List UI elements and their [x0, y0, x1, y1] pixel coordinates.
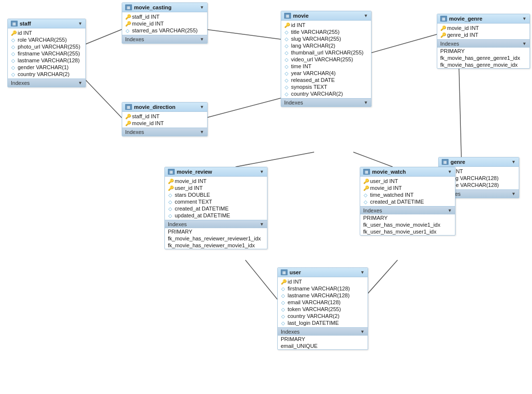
index-mw-movie1: fk_user_has_movie_movie1_idx [360, 221, 455, 228]
field-staff-firstname[interactable]: ◇firstname VARCHAR(255) [8, 50, 85, 57]
field-u-id[interactable]: 🔑id INT [278, 278, 368, 285]
table-movie-genre[interactable]: ▦ movie_genre ▼ 🔑movie_id INT 🔑genre_id … [437, 14, 530, 69]
field-mv-released[interactable]: ◇released_at DATE [281, 77, 371, 83]
index-u-email: email_UNIQUE [278, 342, 368, 349]
indexes-header-md[interactable]: Indexes ▼ [122, 128, 207, 136]
field-md-staffid[interactable]: 🔑staff_id INT [122, 113, 207, 120]
table-header-movie-genre[interactable]: ▦ movie_genre ▼ [437, 14, 530, 24]
indexes-header-mg[interactable]: Indexes ▼ [437, 39, 530, 48]
field-mr-updated[interactable]: ◇updated_at DATETIME [165, 212, 267, 219]
col-icon: ◇ [11, 58, 16, 63]
field-staff-lastname[interactable]: ◇lastname VARCHAR(128) [8, 57, 85, 64]
field-mr-created[interactable]: ◇created_at DATETIME [165, 205, 267, 212]
dropdown-arrow-movie[interactable]: ▼ [364, 13, 368, 18]
field-mv-video[interactable]: ◇video_url VARCHAR(255) [281, 56, 371, 63]
field-mw-timewatched[interactable]: ◇time_watched INT [360, 191, 455, 198]
field-mc-staffid[interactable]: 🔑staff_id INT [122, 13, 207, 20]
table-body-movie-direction: 🔑staff_id INT 🔑movie_id INT [122, 112, 207, 128]
field-mv-thumb[interactable]: ◇thumbnail_url VARCHAR(255) [281, 49, 371, 56]
col-icon: ◇ [281, 293, 286, 298]
table-user[interactable]: ▦ user ▼ 🔑id INT ◇firstname VARCHAR(128)… [277, 267, 368, 350]
dropdown-arrow-user[interactable]: ▼ [360, 270, 365, 275]
table-movie-direction[interactable]: ▦ movie_direction ▼ 🔑staff_id INT 🔑movie… [122, 102, 208, 136]
field-mv-time[interactable]: ◇time INT [281, 63, 371, 70]
field-mc-movieid[interactable]: 🔑movie_id INT [122, 20, 207, 27]
field-mv-id[interactable]: 🔑id INT [281, 22, 371, 28]
field-mw-userid[interactable]: 🔑user_id INT [360, 178, 455, 184]
field-md-movieid[interactable]: 🔑movie_id INT [122, 120, 207, 127]
table-header-movie-casting[interactable]: ▦ movie_casting ▼ [122, 3, 207, 12]
col-icon: ◇ [363, 199, 368, 205]
field-staff-photo[interactable]: ◇photo_url VARCHAR(255) [8, 43, 85, 50]
table-movie-watch[interactable]: ▦ movie_watch ▼ 🔑user_id INT 🔑movie_id I… [360, 167, 455, 236]
fk-icon: 🔑 [363, 185, 368, 191]
field-mr-movieid[interactable]: 🔑movie_id INT [165, 178, 267, 184]
indexes-header-mw[interactable]: Indexes ▼ [360, 206, 455, 214]
table-header-movie-watch[interactable]: ▦ movie_watch ▼ [360, 167, 455, 177]
field-staff-id[interactable]: 🔑id INT [8, 29, 85, 36]
field-mv-slug[interactable]: ◇slug VARCHAR(255) [281, 35, 371, 42]
field-u-email[interactable]: ◇email VARCHAR(128) [278, 299, 368, 306]
table-header-movie-direction[interactable]: ▦ movie_direction ▼ [122, 103, 207, 112]
field-mr-stars[interactable]: ◇stars DOUBLE [165, 191, 267, 198]
field-u-lastname[interactable]: ◇lastname VARCHAR(128) [278, 292, 368, 299]
table-body-staff: 🔑id INT ◇role VARCHAR(255) ◇photo_url VA… [8, 28, 85, 79]
field-mw-created[interactable]: ◇created_at DATETIME [360, 198, 455, 205]
index-mw-user1: fk_user_has_movie_user1_idx [360, 228, 455, 235]
field-mg-genreid[interactable]: 🔑genre_id INT [437, 31, 530, 38]
table-header-movie-review[interactable]: ▦ movie_review ▼ [165, 167, 267, 177]
fk-icon: 🔑 [125, 121, 130, 126]
col-icon: ◇ [284, 43, 289, 49]
field-staff-role[interactable]: ◇role VARCHAR(255) [8, 36, 85, 43]
dropdown-arrow-movie-genre[interactable]: ▼ [522, 16, 527, 21]
col-icon: ◇ [284, 71, 289, 76]
field-mv-synopsis[interactable]: ◇synopsis TEXT [281, 83, 371, 90]
col-icon: ◇ [11, 72, 16, 77]
table-header-staff[interactable]: ▦ staff ▼ [8, 19, 85, 28]
col-icon: ◇ [284, 29, 289, 35]
dropdown-arrow-movie-review[interactable]: ▼ [260, 169, 264, 174]
indexes-header-staff[interactable]: Indexes ▼ [8, 79, 85, 87]
dropdown-arrow-movie-watch[interactable]: ▼ [448, 169, 452, 174]
table-movie-review[interactable]: ▦ movie_review ▼ 🔑movie_id INT 🔑user_id … [164, 167, 267, 249]
field-mr-comment[interactable]: ◇comment TEXT [165, 198, 267, 205]
field-staff-gender[interactable]: ◇gender VARCHAR(1) [8, 64, 85, 71]
field-mc-starred[interactable]: ◇starred_as VARCHAR(255) [122, 27, 207, 34]
table-movie-casting[interactable]: ▦ movie_casting ▼ 🔑staff_id INT 🔑movie_i… [122, 2, 208, 44]
indexes-header-mc[interactable]: Indexes ▼ [122, 35, 207, 43]
field-mr-userid[interactable]: 🔑user_id INT [165, 184, 267, 191]
indexes-header-user[interactable]: Indexes ▼ [278, 327, 368, 336]
field-u-lastlogin[interactable]: ◇last_login DATETIME [278, 319, 368, 326]
dropdown-arrow-genre[interactable]: ▼ [511, 159, 516, 164]
field-u-token[interactable]: ◇token VARCHAR(255) [278, 306, 368, 313]
dropdown-arrow-staff[interactable]: ▼ [78, 21, 82, 26]
field-mg-movieid[interactable]: 🔑movie_id INT [437, 25, 530, 31]
table-header-movie[interactable]: ▦ movie ▼ [281, 11, 371, 21]
table-name-movie-watch: movie_watch [372, 169, 406, 175]
col-icon: ◇ [281, 314, 286, 319]
dropdown-arrow-movie-direction[interactable]: ▼ [200, 105, 204, 109]
table-staff[interactable]: ▦ staff ▼ 🔑id INT ◇role VARCHAR(255) ◇ph… [7, 19, 86, 87]
index-mr-primary: PRIMARY [165, 228, 267, 235]
table-movie[interactable]: ▦ movie ▼ 🔑id INT ◇title VARCHAR(255) ◇s… [281, 11, 372, 107]
table-icon-staff: ▦ [11, 21, 18, 26]
col-icon: ◇ [11, 44, 16, 50]
col-icon: ◇ [284, 84, 289, 90]
field-u-firstname[interactable]: ◇firstname VARCHAR(128) [278, 285, 368, 292]
index-mw-primary: PRIMARY [360, 214, 455, 221]
col-icon: ◇ [284, 50, 289, 55]
col-icon: ◇ [284, 57, 289, 62]
dropdown-arrow-movie-casting[interactable]: ▼ [200, 5, 204, 10]
indexes-header-movie[interactable]: Indexes ▼ [281, 98, 371, 106]
field-mv-country[interactable]: ◇country VARCHAR(2) [281, 90, 371, 97]
field-mw-movieid[interactable]: 🔑movie_id INT [360, 184, 455, 191]
field-mv-lang[interactable]: ◇lang VARCHAR(2) [281, 42, 371, 49]
field-mv-year[interactable]: ◇year VARCHAR(4) [281, 70, 371, 77]
indexes-header-mr[interactable]: Indexes ▼ [165, 220, 267, 228]
table-header-genre[interactable]: ▦ genre ▼ [439, 158, 519, 167]
table-icon-movie-direction: ▦ [125, 104, 132, 110]
table-header-user[interactable]: ▦ user ▼ [278, 268, 368, 277]
field-mv-title[interactable]: ◇title VARCHAR(255) [281, 28, 371, 35]
field-u-country[interactable]: ◇country VARCHAR(2) [278, 313, 368, 319]
field-staff-country[interactable]: ◇country VARCHAR(2) [8, 71, 85, 78]
